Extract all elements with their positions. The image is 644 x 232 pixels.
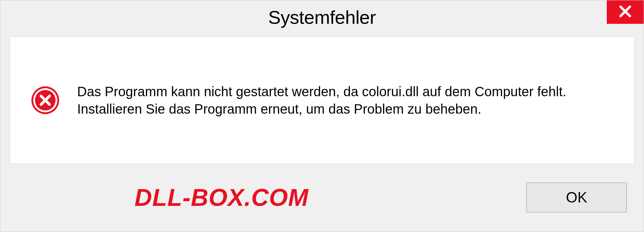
dialog-title: Systemfehler	[268, 6, 376, 28]
ok-button[interactable]: OK	[526, 182, 627, 213]
titlebar: Systemfehler	[0, 0, 644, 34]
error-message: Das Programm kann nicht gestartet werden…	[77, 83, 614, 118]
dialog-footer: DLL-BOX.COM OK	[0, 164, 644, 231]
close-icon	[617, 3, 633, 21]
watermark-text: DLL-BOX.COM	[135, 184, 309, 211]
error-dialog: Systemfehler Das Programm kann nicht ges…	[0, 0, 644, 232]
close-button[interactable]	[607, 0, 644, 24]
content-panel: Das Programm kann nicht gestartet werden…	[10, 37, 634, 164]
error-icon	[30, 85, 60, 115]
